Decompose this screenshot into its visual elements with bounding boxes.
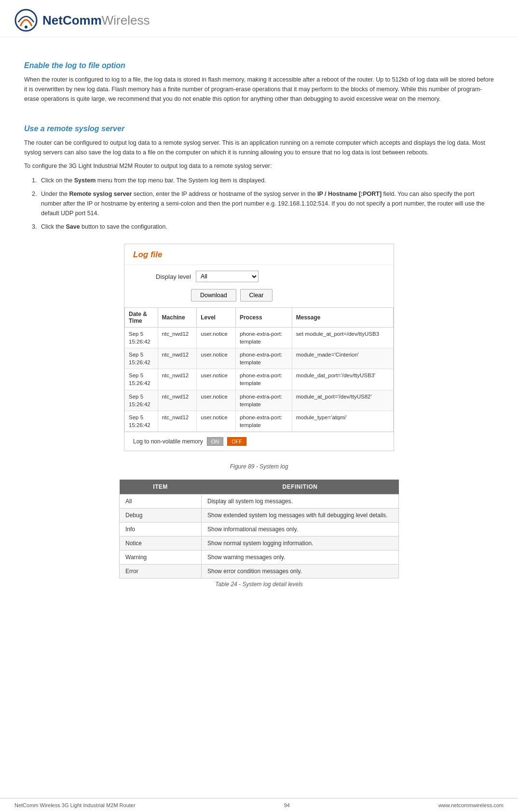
log-cell-1-0: Sep 515:26:42 [125,348,158,369]
log-cell-1-3: phone-extra-port:template [235,348,292,369]
page-footer: NetComm Wireless 3G Light Industrial M2M… [0,798,518,812]
def-item-4: Warning [120,550,202,564]
logo-text: NetCommWireless [42,13,150,28]
log-cell-3-2: user.notice [197,390,236,411]
def-col-definition: DEFINITION [202,480,399,495]
step-3: Click the Save button to save the config… [39,222,494,232]
step1-bold: System [74,177,95,184]
def-table-body: AllDisplay all system log messages.Debug… [120,494,399,578]
log-cell-4-2: user.notice [197,411,236,431]
def-table-header-row: ITEM DEFINITION [120,480,399,495]
log-file-widget: Log file Display level All Debug Info No… [124,244,394,451]
log-cell-0-2: user.notice [197,328,236,348]
table-caption: Table 24 - System log detail levels [24,581,494,588]
section2-intro: The router can be configured to output l… [24,138,494,157]
log-table-row: Sep 515:26:42ntc_nwd12user.noticephone-e… [125,348,394,369]
logo-icon [14,9,38,32]
log-cell-3-0: Sep 515:26:42 [125,390,158,411]
display-level-label: Display level [133,273,191,280]
log-cell-3-3: phone-extra-port:template [235,390,292,411]
log-footer-label: Log to non-volatile memory [133,438,203,445]
logo-wireless: Wireless [102,13,150,28]
col-message: Message [292,308,393,328]
log-cell-0-3: phone-extra-port:template [235,328,292,348]
def-definition-0: Display all system log messages. [202,494,399,508]
col-machine: Machine [158,308,197,328]
log-controls: Display level All Debug Info Notice Warn… [124,265,394,288]
log-buttons: Download Clear [182,289,394,307]
log-footer: Log to non-volatile memory ON OFF [124,432,394,451]
def-item-3: Notice [120,536,202,550]
def-definition-4: Show warning messages only. [202,550,399,564]
section2-configure-intro: To configure the 3G Light Industrial M2M… [24,161,494,171]
col-datetime: Date &Time [125,308,158,328]
def-definition-3: Show normal system logging information. [202,536,399,550]
log-cell-0-0: Sep 515:26:42 [125,328,158,348]
step2-bold2: IP / Hostname [:PORT] [317,191,382,197]
display-level-select[interactable]: All Debug Info Notice Warning Error [196,271,259,282]
col-process: Process [235,308,292,328]
logo: NetCommWireless [14,9,504,32]
logo-netcomm: NetComm [42,13,102,28]
figure-caption: Figure 89 - System log [24,463,494,470]
log-cell-0-1: ntc_nwd12 [158,328,197,348]
page-header: NetCommWireless [0,0,518,37]
log-cell-2-1: ntc_nwd12 [158,369,197,390]
log-cell-3-1: ntc_nwd12 [158,390,197,411]
log-cell-4-4: module_type='atqmi' [292,411,393,431]
def-table-row: WarningShow warning messages only. [120,550,399,564]
clear-button[interactable]: Clear [240,289,273,302]
footer-right: www.netcommwireless.com [438,802,504,808]
log-table-row: Sep 515:26:42ntc_nwd12user.noticephone-e… [125,369,394,390]
footer-page: 94 [284,802,290,808]
step-2: Under the Remote syslog server section, … [39,189,494,218]
main-content: Enable the log to file option When the r… [0,47,518,626]
definition-table: ITEM DEFINITION AllDisplay all system lo… [119,480,399,578]
log-cell-1-4: module_made='Cinterion' [292,348,393,369]
def-item-1: Debug [120,508,202,522]
log-table-row: Sep 515:26:42ntc_nwd12user.noticephone-e… [125,411,394,431]
def-table-row: AllDisplay all system log messages. [120,494,399,508]
log-cell-2-3: phone-extra-port:template [235,369,292,390]
toggle-on-button[interactable]: ON [207,437,224,446]
def-definition-5: Show error condition messages only. [202,564,399,578]
log-cell-4-1: ntc_nwd12 [158,411,197,431]
svg-point-1 [25,26,27,28]
def-col-item: ITEM [120,480,202,495]
def-definition-1: Show extended system log messages with f… [202,508,399,522]
log-cell-2-0: Sep 515:26:42 [125,369,158,390]
download-button[interactable]: Download [191,289,236,302]
def-table-row: ErrorShow error condition messages only. [120,564,399,578]
log-table: Date &Time Machine Level Process Message… [124,307,394,432]
log-cell-0-4: set module_at_port=/dev/ttyUSB3 [292,328,393,348]
def-item-0: All [120,494,202,508]
def-item-2: Info [120,522,202,536]
steps-list: Click on the System menu from the top me… [39,176,494,232]
def-table-row: DebugShow extended system log messages w… [120,508,399,522]
log-cell-2-4: module_dat_port='/dev/ttyUSB3' [292,369,393,390]
log-cell-4-3: phone-extra-port:template [235,411,292,431]
def-table-row: NoticeShow normal system logging informa… [120,536,399,550]
def-item-5: Error [120,564,202,578]
section2-title: Use a remote syslog server [24,124,494,133]
footer-left: NetComm Wireless 3G Light Industrial M2M… [14,802,136,808]
section1-paragraph: When the router is configured to log to … [24,75,494,104]
log-table-body: Sep 515:26:42ntc_nwd12user.noticephone-e… [125,328,394,432]
section1-title: Enable the log to file option [24,61,494,70]
log-cell-3-4: module_at_port='/dev/ttyUS82' [292,390,393,411]
log-file-title: Log file [124,244,394,265]
log-table-row: Sep 515:26:42ntc_nwd12user.noticephone-e… [125,328,394,348]
log-cell-4-0: Sep 515:26:42 [125,411,158,431]
log-cell-1-1: ntc_nwd12 [158,348,197,369]
log-cell-1-2: user.notice [197,348,236,369]
log-table-row: Sep 515:26:42ntc_nwd12user.noticephone-e… [125,390,394,411]
toggle-off-button[interactable]: OFF [227,437,246,446]
step3-bold: Save [66,223,80,230]
log-cell-2-2: user.notice [197,369,236,390]
def-definition-2: Show informational messages only. [202,522,399,536]
def-table-row: InfoShow informational messages only. [120,522,399,536]
col-level: Level [197,308,236,328]
step-1: Click on the System menu from the top me… [39,176,494,185]
step2-bold1: Remote syslog server [69,191,132,197]
log-table-header-row: Date &Time Machine Level Process Message [125,308,394,328]
